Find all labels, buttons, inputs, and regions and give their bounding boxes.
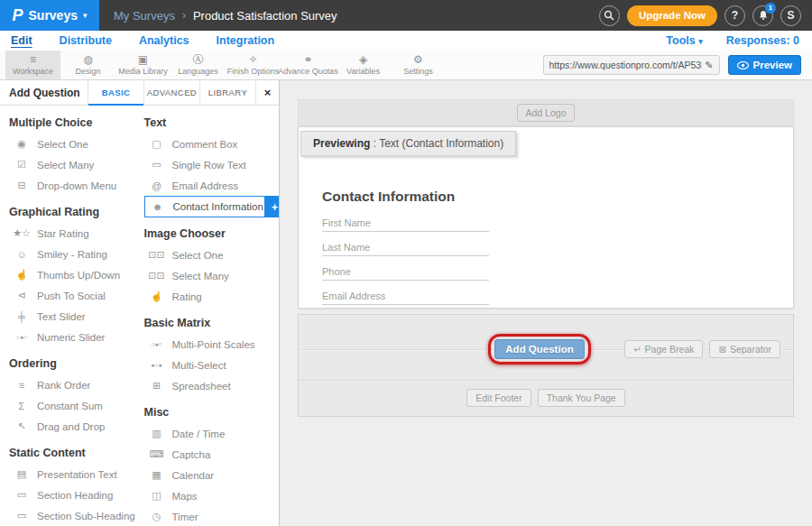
upgrade-now-button[interactable]: Upgrade Now (627, 5, 717, 26)
question-type-select-many[interactable]: ⊡⊡Select Many (144, 265, 280, 286)
field-input[interactable]: Phone (322, 266, 489, 281)
question-type-label: Multi-Point Scales (172, 339, 255, 350)
add-question-button[interactable]: Add Question (494, 339, 584, 359)
question-type-multi-point-scales[interactable]: ○●○Multi-Point Scales (144, 334, 280, 355)
toolbar-item-label: Design (75, 67, 100, 76)
tab-edit[interactable]: Edit (11, 34, 32, 47)
toolbar-item-advance-quotas[interactable]: ⚭Advance Quotas (281, 51, 336, 79)
question-type-select-many[interactable]: ☑Select Many (9, 154, 144, 175)
toolbar-item-design[interactable]: ◍Design (60, 51, 115, 79)
breadcrumb-separator: › (182, 9, 186, 22)
question-type-rank-order[interactable]: ≡Rank Order (9, 374, 144, 395)
finish-options-icon: ✧ (248, 54, 257, 66)
question-type-timer[interactable]: ◷Timer (144, 506, 280, 526)
question-type-section-heading[interactable]: ▭Section Heading (9, 484, 144, 505)
avatar[interactable]: S (780, 5, 801, 26)
section-nav: EditDistributeAnalyticsIntegration Tools… (0, 31, 812, 51)
toolbar-item-settings[interactable]: ⚙Settings (391, 51, 446, 79)
question-type-email-address[interactable]: @Email Address (144, 175, 280, 196)
question-type-presentation-text[interactable]: ▤Presentation Text (9, 464, 144, 484)
help-button[interactable]: ? (724, 5, 745, 26)
question-type-numeric-slider[interactable]: ○●○Numeric Slider (9, 327, 144, 347)
breadcrumb-my-surveys[interactable]: My Surveys (114, 9, 175, 23)
edit-url-icon[interactable]: ✎ (705, 60, 713, 71)
question-type-constant-sum[interactable]: ΣConstant Sum (9, 395, 144, 416)
question-type-label: Comment Box (172, 139, 238, 150)
band-right-buttons: ↵ Page Break ⊠ Separator (624, 340, 780, 358)
close-panel-button[interactable]: × (255, 80, 279, 105)
breadcrumb: My Surveys › Product Satisfaction Survey (114, 9, 337, 23)
question-type-comment-box[interactable]: ▢Comment Box (144, 134, 280, 154)
question-type-section-sub-heading[interactable]: ▭Section Sub-Heading (9, 505, 144, 526)
toolbar-item-label: Finish Options (227, 67, 280, 76)
question-type-select-one[interactable]: ⊡⊡Select One (144, 245, 280, 265)
question-type-maps[interactable]: ◫Maps (144, 485, 280, 506)
question-type-label: Constant Sum (37, 401, 103, 411)
product-switcher[interactable]: P Surveys ▾ (0, 0, 99, 31)
responses-link[interactable]: Responses: 0 (726, 34, 799, 47)
tab-integration[interactable]: Integration (217, 34, 275, 47)
question-type-date-time[interactable]: ▥Date / Time (144, 423, 280, 444)
share-icon: ⊲ (13, 290, 31, 301)
question-type-drag-and-drop[interactable]: ↖Drag and Drop (9, 416, 144, 437)
question-type-multi-select[interactable]: ●○●Multi-Select (144, 355, 280, 375)
section-heading-icon: ▭ (13, 489, 31, 501)
languages-icon: Ⓐ (193, 54, 204, 66)
section-nav-right: Tools ▾ Responses: 0 (666, 34, 812, 47)
multi-point-icon: ○●○ (148, 341, 166, 347)
question-preview-card: Previewing : Text (Contact Information) … (298, 126, 794, 309)
section-title: Multiple Choice (9, 116, 144, 129)
question-type-label: Push To Social (37, 291, 106, 301)
question-type-single-row-text[interactable]: ▭Single Row Text (144, 154, 280, 175)
toolbar-item-media-library[interactable]: ▣Media Library (115, 51, 171, 79)
separator-button[interactable]: ⊠ Separator (709, 340, 780, 358)
question-type-captcha[interactable]: ⌨Captcha (144, 444, 280, 465)
question-type-select-one[interactable]: ◉Select One (9, 134, 144, 154)
question-type-label: Spreadsheet (172, 381, 231, 392)
question-type-push-to-social[interactable]: ⊲Push To Social (9, 285, 144, 306)
add-selected-question-button[interactable]: + (265, 196, 280, 217)
search-button[interactable] (599, 5, 620, 26)
workspace-body: Add Question BASICADVANCEDLIBRARY × Mult… (0, 80, 812, 526)
survey-url-field[interactable]: https://www.questionpro.com/t/AP53kZgUI … (543, 55, 720, 75)
question-type-label: Star Rating (37, 228, 89, 239)
question-type-text-slider[interactable]: ╪Text Slider (9, 306, 144, 327)
tools-menu[interactable]: Tools ▾ (666, 34, 702, 47)
panel-tab-library[interactable]: LIBRARY (199, 80, 255, 105)
field-input[interactable]: Email Address (322, 291, 489, 305)
text-slider-icon: ╪ (13, 311, 31, 322)
checkbox-icon: ☑ (13, 159, 31, 171)
question-type-label: Multi-Select (172, 360, 226, 371)
tab-distribute[interactable]: Distribute (60, 34, 112, 47)
question-type-calendar[interactable]: ▦Calendar (144, 465, 280, 485)
question-type-rating[interactable]: ☝Rating (144, 286, 280, 307)
single-row-text-icon: ▭ (148, 159, 166, 171)
question-type-contact-information[interactable]: ☻Contact Information+ (144, 196, 265, 217)
field-input[interactable]: Last Name (322, 242, 489, 256)
toolbar-item-label: Languages (178, 67, 218, 76)
question-type-star-rating[interactable]: ★☆Star Rating (9, 223, 144, 244)
question-type-spreadsheet[interactable]: ⊞Spreadsheet (144, 375, 280, 396)
preview-button[interactable]: Preview (728, 55, 801, 75)
app-window: P Surveys ▾ My Surveys › Product Satisfa… (0, 0, 812, 526)
add-logo-button[interactable]: Add Logo (517, 104, 576, 122)
previewing-tab: Previewing : Text (Contact Information) (300, 131, 516, 156)
question-type-thumbs-up-down[interactable]: ☝Thumbs Up/Down (9, 264, 144, 285)
toolbar-item-workspace[interactable]: ≡Workspace (5, 51, 60, 79)
star-icon: ★☆ (13, 227, 31, 239)
toolbar-item-languages[interactable]: ⒶLanguages (171, 51, 226, 79)
field-input[interactable]: First Name (322, 217, 489, 232)
edit-footer-button[interactable]: Edit Footer (466, 389, 531, 407)
question-type-drop-down-menu[interactable]: ⊟Drop-down Menu (9, 175, 144, 196)
panel-tab-basic[interactable]: BASIC (88, 80, 143, 105)
question-type-label: Section Sub-Heading (37, 511, 135, 521)
tab-analytics[interactable]: Analytics (139, 34, 189, 47)
notifications-button[interactable]: 1 (752, 5, 773, 26)
toolbar-item-finish-options[interactable]: ✧Finish Options (226, 51, 281, 79)
toolbar-item-label: Settings (403, 67, 433, 76)
thank-you-page-button[interactable]: Thank You Page (538, 389, 625, 407)
question-type-smiley-rating[interactable]: ☺Smiley - Rating (9, 244, 144, 264)
toolbar-item-variables[interactable]: ◈Variables (336, 51, 391, 79)
page-break-button[interactable]: ↵ Page Break (624, 340, 703, 358)
panel-tab-advanced[interactable]: ADVANCED (143, 80, 199, 105)
